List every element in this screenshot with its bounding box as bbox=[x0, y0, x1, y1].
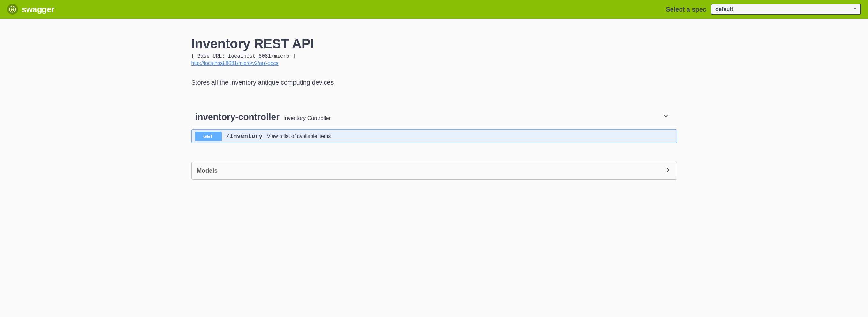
swagger-logo-icon bbox=[7, 4, 18, 15]
svg-point-3 bbox=[13, 9, 13, 9]
spec-select-label: Select a spec bbox=[666, 6, 706, 13]
operation-summary: View a list of available items bbox=[267, 134, 331, 139]
spec-selected-value: default bbox=[715, 6, 733, 12]
tag-section-inventory-controller: inventory-controller Inventory Controlle… bbox=[191, 112, 677, 143]
chevron-down-icon bbox=[852, 6, 857, 12]
api-description: Stores all the inventory antique computi… bbox=[191, 79, 677, 86]
api-title: Inventory REST API bbox=[191, 36, 677, 52]
models-title: Models bbox=[197, 167, 218, 174]
base-url-text: [ Base URL: localhost:8081/micro ] bbox=[191, 53, 677, 59]
http-method-badge: GET bbox=[195, 132, 222, 141]
brand-block: swagger bbox=[7, 4, 54, 15]
tag-description: Inventory Controller bbox=[283, 115, 331, 121]
operation-path: /inventory bbox=[226, 133, 262, 140]
operation-get-inventory[interactable]: GET /inventory View a list of available … bbox=[191, 129, 677, 143]
svg-point-2 bbox=[12, 9, 13, 9]
tag-header[interactable]: inventory-controller Inventory Controlle… bbox=[191, 112, 677, 126]
brand-name: swagger bbox=[22, 4, 54, 14]
api-docs-link[interactable]: http://localhost:8081/micro/v2/api-docs bbox=[191, 60, 279, 66]
topbar: swagger Select a spec default bbox=[0, 0, 868, 19]
chevron-down-icon bbox=[662, 113, 669, 121]
chevron-right-icon bbox=[664, 166, 672, 175]
models-section-header[interactable]: Models bbox=[191, 162, 677, 180]
api-info-section: Inventory REST API [ Base URL: localhost… bbox=[191, 19, 677, 86]
spec-selector-wrap: Select a spec default bbox=[666, 4, 861, 15]
spec-select-dropdown[interactable]: default bbox=[711, 4, 861, 15]
svg-point-1 bbox=[11, 9, 12, 9]
tag-name: inventory-controller bbox=[195, 112, 280, 122]
